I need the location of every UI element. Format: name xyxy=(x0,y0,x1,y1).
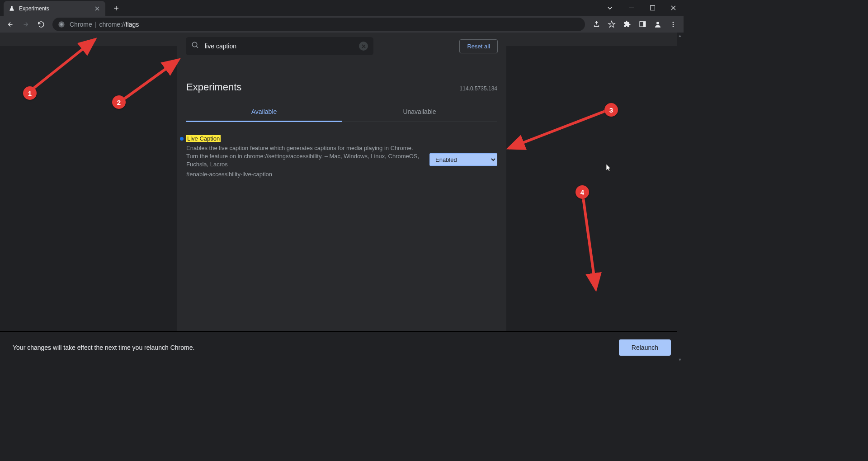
omnibox-url-suffix: flags xyxy=(126,21,139,28)
titlebar: Experiments xyxy=(0,0,684,16)
close-window-button[interactable] xyxy=(663,0,684,16)
extensions-icon[interactable] xyxy=(620,18,634,31)
omnibox-scheme-label: Chrome xyxy=(70,21,92,28)
share-icon[interactable] xyxy=(590,18,603,31)
search-box[interactable] xyxy=(186,37,373,55)
relaunch-button[interactable]: Relaunch xyxy=(619,339,671,356)
annotation-marker-1: 1 xyxy=(23,86,37,100)
back-button[interactable] xyxy=(4,18,17,31)
flag-description: Enables the live caption feature which g… xyxy=(186,144,420,169)
annotation-marker-4: 4 xyxy=(576,185,589,199)
tabs: Available Unavailable xyxy=(186,103,497,122)
svg-rect-5 xyxy=(643,22,645,27)
flask-icon xyxy=(8,5,15,12)
tab-unavailable[interactable]: Unavailable xyxy=(342,103,497,122)
svg-point-3 xyxy=(60,23,62,25)
svg-point-6 xyxy=(656,22,659,24)
new-tab-button[interactable] xyxy=(110,2,123,14)
svg-point-7 xyxy=(673,22,674,23)
flag-state-select[interactable]: Enabled xyxy=(429,153,497,166)
svg-rect-0 xyxy=(629,8,634,8)
tab-close-icon[interactable] xyxy=(94,5,101,12)
flag-item: Live Caption Enables the live caption fe… xyxy=(177,134,497,178)
reset-all-button[interactable]: Reset all xyxy=(459,39,498,53)
omnibox-url-prefix: chrome:// xyxy=(99,21,125,28)
relaunch-bar: Your changes will take effect the next t… xyxy=(0,331,684,363)
menu-icon[interactable] xyxy=(666,18,680,31)
flag-hash-link[interactable]: #enable-accessibility-live-caption xyxy=(186,171,272,178)
scrollbar[interactable]: ▲ ▼ xyxy=(677,33,684,363)
version-label: 114.0.5735.134 xyxy=(460,85,497,92)
toolbar: Chrome | chrome://flags xyxy=(0,16,684,33)
mouse-cursor-icon xyxy=(606,164,612,173)
browser-tab[interactable]: Experiments xyxy=(4,1,105,16)
svg-rect-1 xyxy=(650,6,655,10)
sidepanel-icon[interactable] xyxy=(636,18,649,31)
tab-title: Experiments xyxy=(19,5,94,12)
annotation-marker-3: 3 xyxy=(604,103,618,117)
bookmark-icon[interactable] xyxy=(605,18,618,31)
relaunch-message: Your changes will take effect the next t… xyxy=(13,344,194,351)
chrome-icon xyxy=(58,21,65,28)
omnibox[interactable]: Chrome | chrome://flags xyxy=(52,18,585,31)
tab-available[interactable]: Available xyxy=(186,103,342,122)
svg-point-10 xyxy=(192,42,197,47)
search-input[interactable] xyxy=(205,42,359,50)
clear-search-icon[interactable] xyxy=(359,42,368,51)
modified-dot-icon xyxy=(180,137,184,141)
flag-title: Live Caption xyxy=(186,135,221,142)
svg-point-9 xyxy=(673,26,674,27)
window-controls xyxy=(603,0,684,16)
center-column: Experiments 114.0.5735.134 Available Una… xyxy=(177,46,506,363)
omnibox-divider: | xyxy=(95,21,97,28)
minimize-button[interactable] xyxy=(621,0,642,16)
maximize-button[interactable] xyxy=(642,0,663,16)
annotation-marker-2: 2 xyxy=(112,95,126,109)
tab-search-icon[interactable] xyxy=(603,0,617,16)
profile-icon[interactable] xyxy=(651,18,665,31)
page-title: Experiments xyxy=(186,81,241,93)
svg-point-8 xyxy=(673,24,674,25)
forward-button[interactable] xyxy=(19,18,33,31)
search-icon xyxy=(191,41,199,51)
reload-button[interactable] xyxy=(34,18,48,31)
